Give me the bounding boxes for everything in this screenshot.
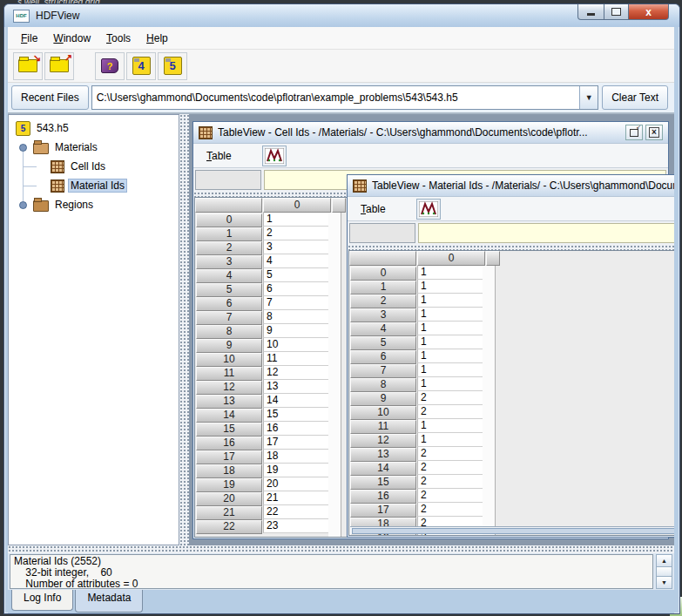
scrollbar-thumb[interactable]: [352, 528, 674, 534]
row-header[interactable]: 17: [196, 450, 262, 464]
horizontal-scrollbar[interactable]: [350, 526, 674, 534]
frame-titlebar[interactable]: TableView - Cell Ids - /Materials/ - C:\…: [193, 122, 668, 144]
table-cell[interactable]: 18: [263, 450, 334, 464]
row-header[interactable]: 7: [196, 311, 262, 325]
table-cell[interactable]: 9: [263, 324, 334, 338]
row-header[interactable]: 3: [350, 308, 416, 322]
frame-restore-button[interactable]: [625, 125, 643, 140]
tab-metadata[interactable]: Metadata: [75, 590, 143, 613]
open-file-button[interactable]: ↘: [13, 52, 43, 80]
cell-reference-box[interactable]: [195, 170, 261, 190]
chart-button[interactable]: [262, 146, 287, 166]
table-cell[interactable]: 2: [417, 405, 488, 419]
tableview-window-material-ids[interactable]: TableView - Material Ids - /Materials/ -…: [347, 174, 674, 538]
table-cell[interactable]: 1: [417, 419, 488, 433]
table-cell[interactable]: 7: [263, 296, 334, 310]
vertical-splitter[interactable]: [179, 114, 189, 545]
table-menu[interactable]: Table: [199, 147, 240, 165]
menu-window[interactable]: Window: [45, 30, 98, 47]
table-cell[interactable]: 4: [263, 254, 334, 268]
row-header[interactable]: 2: [350, 294, 416, 308]
close-button[interactable]: x: [628, 4, 669, 20]
cell-reference-box[interactable]: [349, 223, 415, 243]
hdf5-library-button[interactable]: 5: [158, 52, 187, 80]
row-header[interactable]: 12: [350, 434, 416, 448]
row-header[interactable]: 15: [350, 476, 416, 490]
row-header[interactable]: 14: [350, 462, 416, 476]
table-cell[interactable]: 2: [417, 475, 488, 489]
row-header[interactable]: 20: [196, 492, 262, 506]
table-cell[interactable]: 2: [417, 503, 488, 517]
row-header[interactable]: 21: [196, 506, 262, 520]
table-cell[interactable]: 15: [263, 408, 334, 422]
formula-input[interactable]: [418, 223, 674, 243]
table-cell[interactable]: 21: [263, 491, 334, 505]
scrollbar-thumb[interactable]: [657, 567, 672, 577]
tree-item-materials[interactable]: Materials: [9, 138, 179, 157]
table-cell[interactable]: 5: [263, 268, 334, 282]
hdf4-library-button[interactable]: 4: [126, 52, 156, 80]
minimize-button[interactable]: [577, 4, 604, 20]
table-cell[interactable]: 1: [417, 349, 488, 363]
table-cell[interactable]: 1: [417, 433, 488, 447]
row-header[interactable]: 6: [196, 297, 262, 311]
table-cell[interactable]: 23: [263, 519, 334, 533]
tree-item-label-selected[interactable]: Material Ids: [68, 179, 127, 193]
tree-item-label[interactable]: Materials: [52, 140, 100, 154]
tree-item-label[interactable]: Cell Ids: [68, 159, 108, 173]
table-cell[interactable]: 8: [263, 310, 334, 324]
scroll-up-button[interactable]: ▲: [657, 555, 672, 567]
table-cell[interactable]: 1: [417, 377, 488, 391]
row-header[interactable]: 1: [350, 281, 416, 294]
table-cell[interactable]: 1: [417, 294, 488, 308]
table-cell[interactable]: 12: [263, 366, 334, 380]
table-menu[interactable]: Table: [353, 200, 394, 218]
tree-item-material-ids[interactable]: Material Ids: [9, 176, 179, 195]
table-cell[interactable]: 11: [263, 352, 334, 366]
table-cell[interactable]: 14: [263, 394, 334, 408]
recent-files-button[interactable]: Recent Files: [11, 85, 89, 110]
tree-item-regions[interactable]: Regions: [9, 195, 179, 214]
row-header[interactable]: 16: [196, 437, 262, 450]
table-cell[interactable]: 2: [417, 489, 488, 503]
row-header[interactable]: 13: [350, 448, 416, 462]
row-header[interactable]: 19: [196, 478, 262, 492]
row-header[interactable]: 10: [350, 406, 416, 420]
row-header[interactable]: 16: [350, 490, 416, 504]
row-header[interactable]: 0: [350, 267, 416, 281]
table-cell[interactable]: 2: [417, 447, 488, 461]
maximize-button[interactable]: [604, 4, 628, 20]
table-cell[interactable]: 2: [263, 227, 334, 240]
table-cell[interactable]: 19: [263, 464, 334, 477]
row-header[interactable]: 8: [196, 325, 262, 339]
table-cell[interactable]: 1: [417, 308, 488, 322]
row-header[interactable]: 5: [350, 336, 416, 350]
menu-file[interactable]: File: [13, 30, 45, 47]
table-cell[interactable]: 2: [417, 391, 488, 405]
file-path-text[interactable]: C:\Users\ghammond\Documents\code\pflotra…: [92, 86, 579, 109]
table-cell[interactable]: 10: [263, 338, 334, 352]
combo-dropdown-button[interactable]: ▼: [579, 86, 598, 109]
tree-item-label[interactable]: Regions: [52, 198, 96, 212]
scroll-down-button[interactable]: ▼: [657, 577, 672, 588]
row-header[interactable]: 5: [196, 283, 262, 297]
menu-help[interactable]: Help: [138, 30, 176, 47]
help-button[interactable]: ?: [95, 52, 125, 80]
table-cell[interactable]: 1: [417, 280, 488, 294]
table-cell[interactable]: 3: [263, 240, 334, 254]
row-header[interactable]: 8: [350, 378, 416, 392]
row-header[interactable]: 14: [196, 409, 262, 423]
table-cell[interactable]: 1: [417, 266, 488, 280]
row-header[interactable]: 2: [196, 241, 262, 255]
column-header[interactable]: 0: [417, 251, 485, 266]
file-path-combobox[interactable]: C:\Users\ghammond\Documents\code\pflotra…: [91, 85, 598, 110]
row-header[interactable]: 22: [196, 520, 262, 534]
tree-expander-icon[interactable]: [19, 201, 27, 209]
table-cell[interactable]: 16: [263, 422, 334, 436]
clear-text-button[interactable]: Clear Text: [602, 85, 668, 110]
row-header[interactable]: 1: [196, 227, 262, 241]
row-header[interactable]: 12: [196, 381, 262, 395]
row-header[interactable]: 6: [350, 350, 416, 364]
corner-header[interactable]: [349, 251, 416, 266]
row-header[interactable]: 4: [350, 322, 416, 336]
